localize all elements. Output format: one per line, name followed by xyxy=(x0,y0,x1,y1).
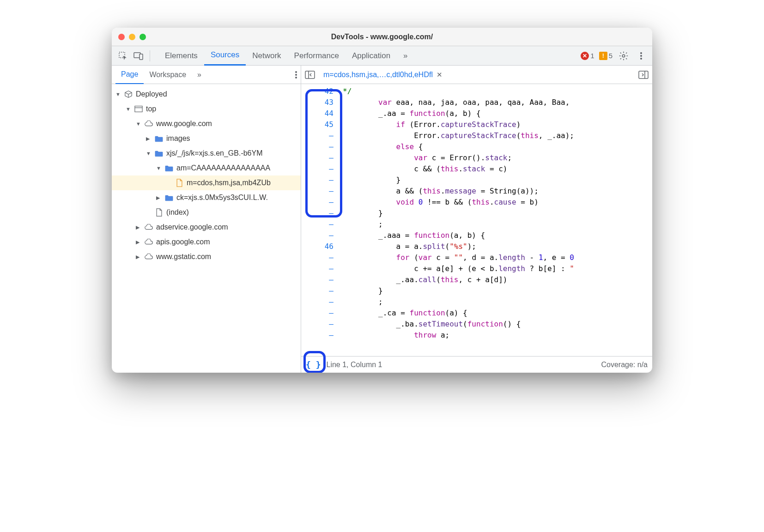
code-line[interactable]: } xyxy=(343,285,652,296)
pretty-print-button[interactable]: { } xyxy=(306,360,321,369)
tab-elements[interactable]: Elements xyxy=(158,46,204,66)
code-line[interactable]: for (var c = "", d = a.length - 1, e = 0 xyxy=(343,252,652,263)
tree-label: www.gstatic.com xyxy=(156,253,211,261)
tab-network[interactable]: Network xyxy=(246,46,287,66)
show-debugger-icon[interactable] xyxy=(638,70,649,79)
gutter-line[interactable]: – xyxy=(301,252,333,263)
code-line[interactable]: throw a; xyxy=(343,330,652,341)
folder-icon xyxy=(154,135,164,142)
code-line[interactable]: ; xyxy=(343,219,652,230)
tree-item[interactable]: ▼top xyxy=(112,102,301,116)
warning-badge[interactable]: ! 5 xyxy=(599,52,612,60)
code-line[interactable]: } xyxy=(343,208,652,219)
tree-item[interactable]: ▶adservice.google.com xyxy=(112,220,301,235)
gutter-line[interactable]: 45 xyxy=(301,119,333,130)
nav-tab-page[interactable]: Page xyxy=(115,66,144,84)
code-line[interactable]: */ xyxy=(343,86,652,97)
gutter-line[interactable]: 43 xyxy=(301,97,333,108)
tree-arrow-icon[interactable]: ▼ xyxy=(156,165,162,171)
code-line[interactable]: _.ca = function(a) { xyxy=(343,308,652,319)
tree-item[interactable]: ▼xjs/_/js/k=xjs.s.en_GB.-b6YM xyxy=(112,146,301,161)
close-button[interactable] xyxy=(118,34,125,40)
tree-item[interactable]: ▶ck=xjs.s.0Mx5ys3sCUI.L.W. xyxy=(112,190,301,205)
code-content[interactable]: */ var eaa, naa, jaa, oaa, paa, qaa, Aaa… xyxy=(343,84,652,356)
tree-item[interactable]: ▼Deployed xyxy=(112,87,301,102)
code-line[interactable]: else { xyxy=(343,141,652,152)
gutter-line[interactable]: – xyxy=(301,130,333,141)
gutter-line[interactable]: 44 xyxy=(301,108,333,119)
inspect-icon[interactable] xyxy=(116,49,129,62)
tree-arrow-icon[interactable]: ▶ xyxy=(136,224,141,230)
gutter-line[interactable]: – xyxy=(301,308,333,319)
code-editor[interactable]: 42434445––––––––––46–––––––– */ var eaa,… xyxy=(301,84,652,356)
gutter-line[interactable]: – xyxy=(301,186,333,197)
close-tab-icon[interactable]: ✕ xyxy=(437,71,443,79)
nav-tab-workspace[interactable]: Workspace xyxy=(144,66,192,84)
code-line[interactable]: var c = Error().stack; xyxy=(343,152,652,163)
code-line[interactable]: a = a.split("%s"); xyxy=(343,241,652,252)
source-file-tab[interactable]: m=cdos,hsm,jsa,…c,dtl0hd,eHDfl ✕ xyxy=(319,69,447,81)
folder-icon xyxy=(154,150,164,157)
code-line[interactable]: c += a[e] + (e < b.length ? b[e] : " xyxy=(343,263,652,274)
code-line[interactable]: ; xyxy=(343,296,652,308)
tree-item[interactable]: m=cdos,hsm,jsa,mb4ZUb xyxy=(112,175,301,190)
nav-more-icon[interactable]: » xyxy=(192,66,207,84)
code-line[interactable]: Error.captureStackTrace(this, _.aa); xyxy=(343,130,652,141)
code-line[interactable]: _.aa = function(a, b) { xyxy=(343,108,652,119)
code-line[interactable]: c && (this.stack = c) xyxy=(343,163,652,175)
tree-arrow-icon[interactable]: ▼ xyxy=(126,106,131,112)
gutter-line[interactable]: – xyxy=(301,208,333,219)
gutter-line[interactable]: – xyxy=(301,330,333,341)
tree-arrow-icon[interactable]: ▶ xyxy=(136,254,141,260)
code-line[interactable]: void 0 !== b && (this.cause = b) xyxy=(343,197,652,208)
tree-arrow-icon[interactable]: ▶ xyxy=(136,239,141,245)
tree-item[interactable]: ▼am=CAAAAAAAAAAAAAAA xyxy=(112,161,301,175)
gutter-line[interactable]: – xyxy=(301,175,333,186)
error-badge[interactable]: ✕ 1 xyxy=(581,52,594,60)
more-menu-icon[interactable] xyxy=(635,49,648,62)
gutter-line[interactable]: – xyxy=(301,263,333,274)
gutter-line[interactable]: 42 xyxy=(301,86,333,97)
tab-application[interactable]: Application xyxy=(346,46,397,66)
tree-item[interactable]: ▶www.gstatic.com xyxy=(112,249,301,264)
tree-label: adservice.google.com xyxy=(156,223,228,231)
tree-item[interactable]: ▼www.google.com xyxy=(112,116,301,131)
settings-icon[interactable] xyxy=(617,49,630,62)
gutter-line[interactable]: – xyxy=(301,230,333,241)
gutter-line[interactable]: – xyxy=(301,319,333,330)
tree-arrow-icon[interactable]: ▼ xyxy=(115,91,121,97)
tree-arrow-icon[interactable]: ▶ xyxy=(146,136,152,142)
tree-item[interactable]: ▶images xyxy=(112,131,301,146)
code-line[interactable]: } xyxy=(343,175,652,186)
more-tabs-icon[interactable]: » xyxy=(397,46,414,66)
gutter-line[interactable]: 46 xyxy=(301,241,333,252)
nav-menu-icon[interactable] xyxy=(295,71,297,79)
code-line[interactable]: _.aa.call(this, c + a[d]) xyxy=(343,274,652,285)
code-line[interactable]: _.ba.setTimeout(function() { xyxy=(343,319,652,330)
gutter-line[interactable]: – xyxy=(301,296,333,308)
minimize-button[interactable] xyxy=(129,34,135,40)
gutter-line[interactable]: – xyxy=(301,163,333,175)
gutter-line[interactable]: – xyxy=(301,197,333,208)
code-line[interactable]: a && (this.message = String(a)); xyxy=(343,186,652,197)
gutter-line[interactable]: – xyxy=(301,219,333,230)
tree-arrow-icon[interactable]: ▼ xyxy=(136,121,141,127)
code-line[interactable]: var eaa, naa, jaa, oaa, paa, qaa, Aaa, B… xyxy=(343,97,652,108)
code-line[interactable]: if (Error.captureStackTrace) xyxy=(343,119,652,130)
tab-sources[interactable]: Sources xyxy=(204,46,246,66)
code-line[interactable]: _.aaa = function(a, b) { xyxy=(343,230,652,241)
line-gutter[interactable]: 42434445––––––––––46–––––––– xyxy=(301,84,343,356)
device-toggle-icon[interactable] xyxy=(132,49,145,62)
tree-arrow-icon[interactable]: ▶ xyxy=(156,195,162,201)
maximize-button[interactable] xyxy=(139,34,146,40)
gutter-line[interactable]: – xyxy=(301,285,333,296)
tree-arrow-icon[interactable]: ▼ xyxy=(146,151,152,156)
tree-item[interactable]: ▶apis.google.com xyxy=(112,235,301,249)
tab-performance[interactable]: Performance xyxy=(288,46,346,66)
source-file-name: m=cdos,hsm,jsa,…c,dtl0hd,eHDfl xyxy=(323,71,433,79)
gutter-line[interactable]: – xyxy=(301,141,333,152)
show-navigator-icon[interactable] xyxy=(305,70,315,79)
tree-item[interactable]: (index) xyxy=(112,205,301,220)
gutter-line[interactable]: – xyxy=(301,152,333,163)
gutter-line[interactable]: – xyxy=(301,274,333,285)
